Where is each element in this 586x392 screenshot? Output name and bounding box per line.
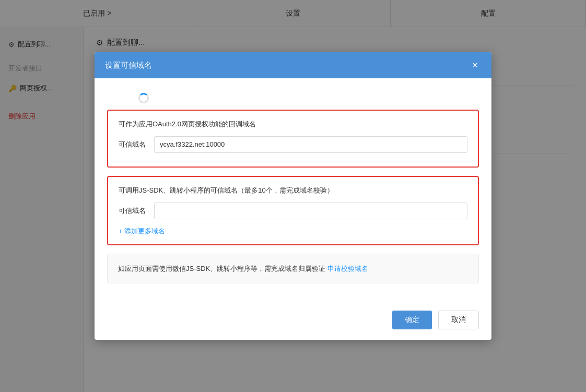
- oauth-domain-row: 可信域名: [119, 136, 467, 153]
- info-text: 如应用页面需使用微信JS-SDK、跳转小程序等，需完成域名归属验证 申请校验域名: [118, 263, 468, 275]
- cancel-button[interactable]: 取消: [438, 311, 479, 329]
- oauth-domain-input[interactable]: [154, 136, 467, 153]
- modal-overlay: 设置可信域名 × 可作为应用OAuth2.0网页授权功能的回调域名 可信域名 可…: [0, 0, 586, 392]
- modal-footer: 确定 取消: [95, 304, 491, 340]
- oauth-domain-label: 可信域名: [119, 140, 148, 149]
- confirm-button[interactable]: 确定: [392, 311, 432, 329]
- modal-header: 设置可信域名 ×: [95, 52, 491, 78]
- oauth-domain-section: 可作为应用OAuth2.0网页授权功能的回调域名 可信域名: [107, 110, 479, 168]
- jssdk-domain-input[interactable]: [154, 203, 467, 219]
- jssdk-domain-row: 可信域名: [119, 203, 467, 219]
- modal-body: 可作为应用OAuth2.0网页授权功能的回调域名 可信域名 可调用JS-SDK、…: [95, 78, 491, 304]
- modal-close-button[interactable]: ×: [469, 60, 481, 71]
- jssdk-domain-desc: 可调用JS-SDK、跳转小程序的可信域名（最多10个，需完成域名校验）: [119, 185, 467, 196]
- spinner-area: [107, 89, 479, 110]
- verify-domain-link[interactable]: 申请校验域名: [327, 265, 368, 272]
- modal-dialog: 设置可信域名 × 可作为应用OAuth2.0网页授权功能的回调域名 可信域名 可…: [95, 52, 491, 340]
- loading-spinner: [138, 93, 149, 103]
- modal-title: 设置可信域名: [105, 61, 152, 70]
- oauth-domain-desc: 可作为应用OAuth2.0网页授权功能的回调域名: [119, 119, 467, 130]
- add-more-domain-link[interactable]: + 添加更多域名: [119, 227, 165, 236]
- jssdk-domain-section: 可调用JS-SDK、跳转小程序的可信域名（最多10个，需完成域名校验） 可信域名…: [107, 176, 479, 245]
- jssdk-domain-label: 可信域名: [119, 206, 148, 216]
- info-box: 如应用页面需使用微信JS-SDK、跳转小程序等，需完成域名归属验证 申请校验域名: [107, 254, 479, 283]
